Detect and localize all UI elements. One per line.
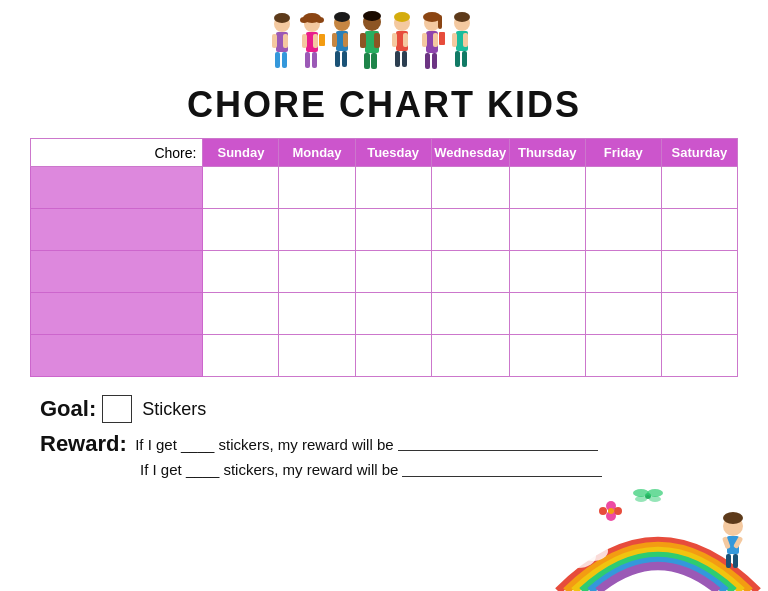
day-cell[interactable] — [509, 335, 585, 377]
svg-rect-21 — [343, 33, 348, 47]
day-cell[interactable] — [661, 167, 737, 209]
svg-rect-34 — [392, 33, 397, 47]
day-cell[interactable] — [509, 167, 585, 209]
svg-point-66 — [647, 489, 663, 497]
day-cell[interactable] — [203, 167, 279, 209]
chore-table: Chore: Sunday Monday Tuesday Wednesday T… — [30, 138, 738, 377]
day-cell[interactable] — [279, 335, 355, 377]
svg-rect-47 — [455, 51, 460, 67]
table-row — [31, 209, 738, 251]
svg-rect-28 — [374, 33, 380, 48]
decoration-svg — [548, 471, 768, 591]
day-cell[interactable] — [509, 293, 585, 335]
svg-point-56 — [556, 542, 580, 560]
svg-rect-25 — [364, 53, 370, 69]
day-header-wednesday: Wednesday — [431, 139, 509, 167]
table-row — [31, 293, 738, 335]
svg-rect-35 — [403, 33, 408, 47]
chore-name-cell[interactable] — [31, 251, 203, 293]
day-cell[interactable] — [431, 293, 509, 335]
svg-point-14 — [300, 17, 308, 23]
bottom-decoration — [548, 471, 768, 591]
day-header-sunday: Sunday — [203, 139, 279, 167]
svg-rect-39 — [425, 53, 430, 69]
day-cell[interactable] — [279, 293, 355, 335]
day-cell[interactable] — [585, 335, 661, 377]
day-cell[interactable] — [661, 335, 737, 377]
svg-point-6 — [274, 13, 290, 23]
svg-rect-50 — [463, 33, 468, 47]
kids-illustration — [30, 10, 738, 82]
svg-rect-26 — [371, 53, 377, 69]
goal-label: Goal: — [40, 396, 96, 422]
svg-point-15 — [316, 17, 324, 23]
day-cell[interactable] — [355, 293, 431, 335]
day-cell[interactable] — [431, 209, 509, 251]
svg-point-73 — [608, 508, 614, 514]
reward-line1-blank[interactable] — [398, 437, 598, 451]
chore-name-cell[interactable] — [31, 209, 203, 251]
svg-rect-33 — [402, 51, 407, 67]
svg-rect-9 — [305, 52, 310, 68]
day-cell[interactable] — [661, 209, 737, 251]
reward-line-1: Reward: If I get ____ stickers, my rewar… — [40, 431, 738, 457]
day-header-saturday: Saturday — [661, 139, 737, 167]
day-header-tuesday: Tuesday — [355, 139, 431, 167]
svg-point-55 — [578, 541, 608, 561]
day-cell[interactable] — [585, 251, 661, 293]
svg-rect-18 — [335, 51, 340, 67]
day-cell[interactable] — [585, 293, 661, 335]
svg-rect-40 — [432, 53, 437, 69]
page-title: CHORE CHART KIDS — [30, 84, 738, 126]
kids-svg — [264, 10, 504, 82]
svg-rect-12 — [313, 34, 318, 48]
svg-point-36 — [394, 12, 410, 22]
day-cell[interactable] — [279, 167, 355, 209]
day-cell[interactable] — [431, 167, 509, 209]
day-cell[interactable] — [661, 251, 737, 293]
day-cell[interactable] — [203, 251, 279, 293]
day-cell[interactable] — [203, 209, 279, 251]
svg-rect-49 — [452, 33, 457, 47]
reward-line1-text: If I get ____ stickers, my reward will b… — [131, 436, 394, 453]
chore-column-header: Chore: — [31, 139, 203, 167]
table-row — [31, 251, 738, 293]
goal-section: Goal: Stickers — [40, 395, 738, 423]
svg-rect-53 — [439, 32, 445, 45]
reward-line2-text: If I get ____ stickers, my reward will b… — [140, 461, 398, 478]
svg-rect-41 — [422, 33, 427, 47]
day-cell[interactable] — [355, 251, 431, 293]
day-cell[interactable] — [279, 251, 355, 293]
day-cell[interactable] — [203, 293, 279, 335]
svg-rect-3 — [282, 52, 287, 68]
svg-point-29 — [363, 11, 381, 21]
day-cell[interactable] — [585, 167, 661, 209]
day-cell[interactable] — [509, 251, 585, 293]
svg-rect-42 — [433, 33, 438, 47]
day-cell[interactable] — [279, 209, 355, 251]
chore-name-cell[interactable] — [31, 335, 203, 377]
stickers-label: Stickers — [142, 399, 206, 420]
svg-rect-27 — [360, 33, 366, 48]
svg-point-51 — [454, 12, 470, 22]
day-cell[interactable] — [661, 293, 737, 335]
day-cell[interactable] — [431, 335, 509, 377]
day-cell[interactable] — [355, 335, 431, 377]
svg-point-67 — [635, 496, 647, 502]
day-cell[interactable] — [203, 335, 279, 377]
day-cell[interactable] — [509, 209, 585, 251]
day-cell[interactable] — [585, 209, 661, 251]
svg-point-68 — [649, 496, 661, 502]
svg-rect-60 — [733, 554, 738, 568]
day-cell[interactable] — [355, 167, 431, 209]
day-cell[interactable] — [355, 209, 431, 251]
table-row — [31, 167, 738, 209]
page: CHORE CHART KIDS Chore: Sunday Monday Tu… — [0, 0, 768, 591]
goal-input-box[interactable] — [102, 395, 132, 423]
chore-name-cell[interactable] — [31, 293, 203, 335]
svg-point-69 — [599, 507, 607, 515]
table-row — [31, 335, 738, 377]
day-cell[interactable] — [431, 251, 509, 293]
reward-label: Reward: — [40, 431, 127, 457]
chore-name-cell[interactable] — [31, 167, 203, 209]
